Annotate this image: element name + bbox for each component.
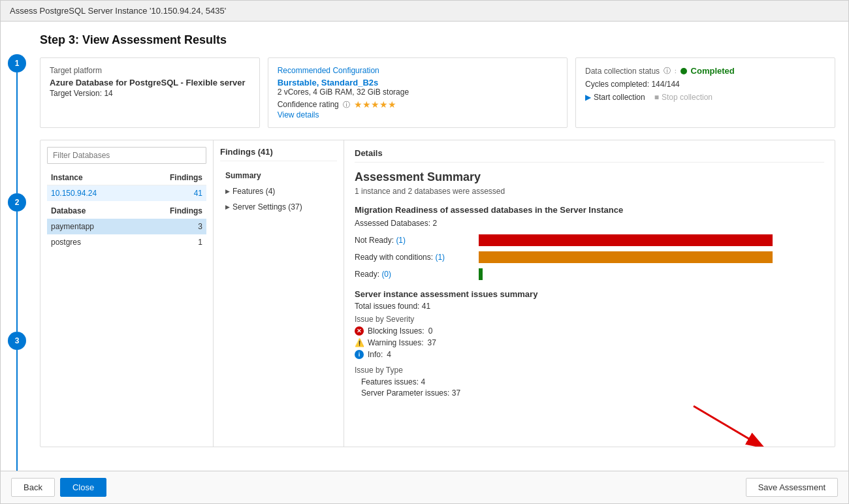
db-row-postgres[interactable]: postgres 1: [47, 234, 206, 250]
findings-server-settings-expand[interactable]: ▶ Server Settings (37): [220, 199, 337, 215]
page-title: Step 3: View Assessment Results: [40, 33, 835, 47]
db-name-postgres: postgres: [47, 234, 138, 250]
info-cards: Target platform Azure Database for Postg…: [40, 57, 835, 128]
stop-collection-btn: ■ Stop collection: [654, 93, 713, 102]
platform-label: Target platform: [50, 66, 250, 75]
save-assessment-button[interactable]: Save Assessment: [746, 478, 838, 497]
bar-conditions-container: [479, 251, 824, 263]
platform-card: Target platform Azure Database for Postg…: [40, 57, 260, 128]
left-panel: Instance Findings 10.150.94.24 41 Databa…: [40, 140, 214, 447]
db-findings-paymentapp: 3: [138, 219, 206, 234]
back-button[interactable]: Back: [11, 478, 55, 497]
blocking-icon: ✕: [355, 326, 364, 336]
confidence-stars: ★★★★★: [354, 99, 396, 110]
assessment-sub: 1 instance and 2 databases were assessed: [355, 187, 824, 196]
instance-ip: 10.150.94.24: [47, 185, 138, 202]
assessment-title: Assessment Summary: [355, 170, 824, 184]
status-label: Data collection status: [585, 67, 660, 76]
step-line-3: [16, 350, 18, 471]
severity-label: Issue by Severity: [355, 315, 824, 324]
bar-red-fill: [479, 234, 773, 246]
db-name-paymentapp: paymentapp: [47, 219, 138, 234]
server-settings-expand-arrow: ▶: [225, 204, 230, 210]
bar-not-ready-container: [479, 234, 824, 246]
cycles-text: Cycles completed: 144/144: [585, 80, 825, 89]
title-bar: Assess PostgreSQL Server Instance '10.15…: [1, 1, 848, 22]
step-1-circle: 1: [8, 54, 26, 72]
issues-title: Server instance assessment issues summar…: [355, 289, 824, 299]
not-ready-link[interactable]: (1): [396, 236, 406, 245]
bar-green-fill: [479, 268, 483, 280]
status-info-icon[interactable]: ⓘ: [664, 66, 671, 76]
platform-name: Azure Database for PostgreSQL - Flexible…: [50, 78, 250, 87]
bar-label-not-ready: Not Ready: (1): [355, 236, 472, 245]
db-findings-postgres: 1: [138, 234, 206, 250]
db-section-header: Database Findings: [47, 201, 206, 219]
info-icon: i: [355, 350, 364, 359]
col-instance: Instance: [47, 170, 138, 185]
content-area: 1 2 3 Step 3: View Assessment Results Ta…: [1, 22, 848, 471]
bar-ready-container: [479, 268, 824, 280]
type-features: Features issues: 4: [355, 377, 824, 386]
step-line-1: [16, 72, 18, 193]
recommended-name: Burstable, Standard_B2s: [278, 78, 558, 87]
severity-info: i Info: 4: [355, 350, 824, 359]
bar-ready-conditions: Ready with conditions: (1): [355, 251, 824, 263]
findings-features-expand[interactable]: ▶ Features (4): [220, 183, 337, 199]
stepper-column: 1 2 3: [1, 22, 33, 471]
warning-icon: ⚠️: [355, 338, 364, 347]
instance-findings: 41: [138, 185, 206, 202]
type-label: Issue by Type: [355, 366, 824, 375]
step-3-circle: 3: [8, 332, 26, 350]
recommended-label: Recommended Configuration: [278, 66, 558, 75]
main-window: Assess PostgreSQL Server Instance '10.15…: [0, 0, 849, 504]
filter-databases-input[interactable]: [47, 147, 206, 164]
database-table: Instance Findings 10.150.94.24 41 Databa…: [47, 170, 206, 250]
platform-version: Target Version: 14: [50, 89, 250, 98]
recommended-card: Recommended Configuration Burstable, Sta…: [268, 57, 568, 128]
stop-icon: ■: [654, 93, 659, 102]
db-row-paymentapp[interactable]: paymentapp 3: [47, 219, 206, 234]
red-arrow-area: [355, 400, 824, 439]
bar-not-ready: Not Ready: (1): [355, 234, 824, 246]
step-2-circle: 2: [8, 193, 26, 212]
status-colon: :: [675, 68, 677, 74]
type-section: Issue by Type Features issues: 4 Server …: [355, 366, 824, 398]
col-findings: Findings: [138, 170, 206, 185]
type-server-params: Server Parameter issues: 37: [355, 388, 824, 398]
right-panel: Details Assessment Summary 1 instance an…: [344, 140, 835, 447]
instance-row[interactable]: 10.150.94.24 41: [47, 185, 206, 202]
ready-link[interactable]: (0): [381, 270, 391, 279]
start-collection-btn[interactable]: ▶ Start collection: [585, 93, 645, 102]
bar-ready: Ready: (0): [355, 268, 824, 280]
issues-section: Server instance assessment issues summar…: [355, 289, 824, 398]
migration-title: Migration Readiness of assessed database…: [355, 205, 824, 215]
close-button[interactable]: Close: [60, 478, 106, 497]
bar-orange-fill: [479, 251, 773, 263]
conditions-link[interactable]: (1): [435, 253, 445, 262]
findings-summary-item[interactable]: Summary: [220, 168, 337, 183]
step-line-2: [16, 212, 18, 332]
body-panels: Instance Findings 10.150.94.24 41 Databa…: [40, 140, 835, 447]
collection-buttons: ▶ Start collection ■ Stop collection: [585, 93, 825, 102]
footer: Back Close Save Assessment: [1, 471, 848, 503]
details-header: Details: [355, 148, 824, 163]
middle-panel: Findings (41) Summary ▶ Features (4) ▶ S…: [214, 140, 344, 447]
severity-warning: ⚠️ Warning Issues: 37: [355, 338, 824, 347]
confidence-label: Confidence rating: [278, 100, 339, 109]
severity-blocking: ✕ Blocking Issues: 0: [355, 326, 824, 336]
svg-line-1: [694, 406, 765, 447]
recommended-specs: 2 vCores, 4 GiB RAM, 32 GiB storage: [278, 87, 558, 97]
bar-label-conditions: Ready with conditions: (1): [355, 253, 472, 262]
view-details-link[interactable]: View details: [278, 110, 319, 119]
assessed-count: Assessed Databases: 2: [355, 219, 824, 228]
status-card: Data collection status ⓘ : Completed Cyc…: [575, 57, 835, 128]
confidence-info-icon[interactable]: ⓘ: [343, 100, 350, 110]
findings-header: Findings (41): [220, 147, 337, 161]
features-expand-arrow: ▶: [225, 188, 230, 195]
total-issues: Total issues found: 41: [355, 302, 824, 311]
status-completed-text: Completed: [691, 66, 735, 76]
status-row: Data collection status ⓘ : Completed: [585, 66, 825, 76]
play-icon: ▶: [585, 93, 591, 102]
red-arrow-svg: [681, 400, 785, 447]
